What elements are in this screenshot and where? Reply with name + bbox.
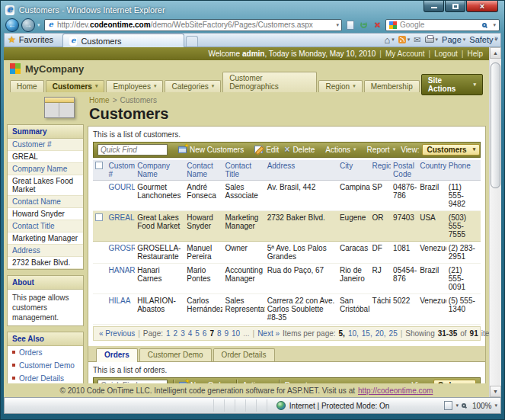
safety-menu[interactable]: Safety▾ <box>469 35 497 44</box>
actions-menu[interactable]: Actions▾ <box>325 146 356 154</box>
page-size-option[interactable]: 15, <box>362 329 372 338</box>
nav-tab-categories[interactable]: Categories▾ <box>165 80 221 92</box>
new-tab-stub[interactable] <box>186 36 198 46</box>
table-row[interactable]: HANARHanari CarnesMario PontesAccounting… <box>93 263 481 293</box>
welcome-link-logout[interactable]: Logout <box>434 50 458 58</box>
more-commands-chevron[interactable]: » <box>494 34 498 42</box>
report-menu[interactable]: Report▾ <box>367 146 396 154</box>
see-also-link-customer-demo[interactable]: Customer Demo <box>8 359 83 372</box>
nav-tab-customers[interactable]: Customers▾ <box>46 80 105 92</box>
view-dropdown[interactable]: Customers▾ <box>422 144 480 155</box>
home-button[interactable]: ⌂▾ <box>384 34 394 46</box>
page-size-option[interactable]: 20, <box>376 329 386 338</box>
refresh-button[interactable] <box>358 21 369 28</box>
summary-field-label[interactable]: Customer # <box>8 139 83 151</box>
cell[interactable]: GROSR <box>107 241 136 263</box>
select-all-checkbox[interactable] <box>95 162 103 169</box>
see-also-link-order-details[interactable]: Order Details <box>8 372 83 383</box>
cell[interactable]: HILAA <box>107 293 136 324</box>
page-number-2[interactable]: 2 <box>174 329 178 338</box>
page-size-option[interactable]: 5, <box>339 329 345 338</box>
nav-tab-employees[interactable]: Employees▾ <box>106 80 163 92</box>
scrollbar-thumb[interactable] <box>491 63 500 188</box>
close-button[interactable]: × <box>466 1 498 12</box>
row-link[interactable]: GOURL <box>109 183 136 191</box>
favorites-button[interactable]: Favorites <box>19 35 53 44</box>
search-box[interactable]: Google ▾ <box>385 19 500 31</box>
nav-tab-region[interactable]: Region▾ <box>318 80 362 92</box>
quick-find-input[interactable] <box>97 144 168 155</box>
search-icon[interactable] <box>482 23 487 27</box>
nav-tab-home[interactable]: Home <box>10 80 44 92</box>
column-header-city[interactable]: City <box>337 160 370 181</box>
table-row[interactable]: HILAAHILARION-AbastosCarlos HernándezSal… <box>93 293 481 324</box>
zoom-dropdown[interactable]: ▾ <box>494 402 497 409</box>
browser-tab[interactable]: e Customers <box>62 34 184 47</box>
page-number-10[interactable]: 10 <box>232 329 240 338</box>
scrollbar-track[interactable] <box>490 59 501 386</box>
row-checkbox[interactable] <box>95 213 103 221</box>
compatibility-view-button[interactable] <box>344 21 356 30</box>
summary-field-label[interactable]: Company Name <box>8 163 83 175</box>
column-header-contact-title[interactable]: Contact Title <box>222 160 264 181</box>
summary-field-label[interactable]: Contact Title <box>8 220 83 232</box>
column-header-contact-name[interactable]: Contact Name <box>184 160 222 181</box>
footer-link[interactable]: http://codeontime.com <box>358 386 433 395</box>
search-dropdown-icon[interactable]: ▾ <box>493 22 496 28</box>
new-customers-button[interactable]: New Customers <box>178 146 244 154</box>
page-menu[interactable]: Page▾ <box>442 35 465 44</box>
compatibility-dropdown[interactable]: ▾ <box>455 402 459 409</box>
edit-button[interactable]: Edit <box>254 146 279 154</box>
recent-pages-dropdown[interactable]: ▾ <box>37 22 40 28</box>
print-button[interactable]: ▾ <box>425 37 439 43</box>
scroll-up-arrow[interactable]: ▲ <box>490 47 501 59</box>
column-header-customer[interactable]: Customer # <box>107 160 136 181</box>
delete-button[interactable]: ×Delete <box>284 146 315 154</box>
address-field[interactable]: e http://dev.codeontime.com/demo/WebSite… <box>44 19 342 31</box>
column-header-phone[interactable]: Phone <box>446 160 481 181</box>
page-size-option[interactable]: 10, <box>348 329 359 338</box>
column-header-address[interactable]: Address <box>265 160 337 181</box>
tab-order-details[interactable]: Order Details <box>213 348 275 361</box>
status-compatibility-icon[interactable] <box>444 401 452 410</box>
page-size-option[interactable]: 25 <box>389 329 398 338</box>
address-dropdown-icon[interactable]: ▾ <box>336 22 339 28</box>
zoom-level[interactable]: 100% <box>472 402 492 410</box>
stop-button[interactable]: × <box>372 19 383 30</box>
row-link[interactable]: GROSR <box>109 244 136 252</box>
minimize-button[interactable] <box>423 1 444 12</box>
tab-customer-demo[interactable]: Customer Demo <box>139 348 212 361</box>
cell[interactable]: GREAL <box>107 210 136 241</box>
column-header-region[interactable]: Region <box>370 160 392 181</box>
page-number-1[interactable]: 1 <box>166 329 171 338</box>
table-row[interactable]: GOURLGourmet LanchonetesAndré FonsecaSal… <box>93 180 481 210</box>
forward-button[interactable]: → <box>21 18 35 32</box>
cell[interactable]: HANAR <box>107 263 136 293</box>
previous-link[interactable]: « Previous <box>99 329 135 338</box>
nav-tab-membership[interactable]: Membership <box>364 80 420 92</box>
column-header-country[interactable]: Country <box>417 160 446 181</box>
page-number-8[interactable]: 8 <box>217 329 222 338</box>
maximize-button[interactable] <box>445 1 465 12</box>
table-row[interactable]: GROSRGROSELLA-RestauranteManuel PereiraO… <box>93 241 481 263</box>
row-link[interactable]: HILAA <box>109 297 131 305</box>
welcome-link-my-account[interactable]: My Account <box>385 50 425 58</box>
nav-tab-customer-demographics[interactable]: Customer Demographics <box>222 72 317 92</box>
summary-field-label[interactable]: Address <box>8 245 83 257</box>
tab-orders[interactable]: Orders <box>96 348 138 362</box>
feeds-button[interactable]: ▾ <box>398 36 411 43</box>
row-link[interactable]: GREAL <box>109 213 135 222</box>
breadcrumb-home-link[interactable]: Home <box>89 96 110 104</box>
column-header-postal-code[interactable]: Postal Code <box>391 160 417 181</box>
page-number-5[interactable]: 5 <box>195 329 200 338</box>
page-number-6[interactable]: 6 <box>203 329 207 338</box>
page-number-7[interactable]: 7 <box>209 329 214 338</box>
page-number-3[interactable]: 3 <box>181 329 185 338</box>
welcome-link-help[interactable]: Help <box>467 50 483 58</box>
row-link[interactable]: HANAR <box>109 266 136 274</box>
cell[interactable]: GOURL <box>107 180 136 210</box>
back-button[interactable]: ← <box>5 18 19 32</box>
next-link[interactable]: Next » <box>257 329 280 338</box>
scroll-down-arrow[interactable]: ▼ <box>490 386 501 397</box>
page-number-4[interactable]: 4 <box>188 329 193 338</box>
